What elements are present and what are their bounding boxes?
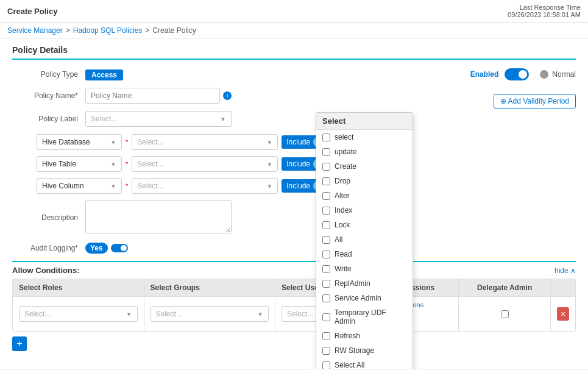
page-header: Create Policy Last Response Time 09/26/2…	[0, 0, 588, 23]
dropdown-item-read[interactable]: Read	[316, 247, 413, 261]
hide-link[interactable]: hide ∧	[554, 266, 576, 275]
description-row: Description	[12, 200, 576, 235]
groups-select[interactable]: Select... ▼	[151, 306, 269, 322]
description-textarea[interactable]	[85, 200, 232, 233]
hive-database-input[interactable]: Select... ▼	[132, 134, 278, 150]
dropdown-checkbox-update[interactable]	[322, 148, 330, 156]
audit-yes-badge: Yes	[85, 243, 108, 254]
delegate-checkbox[interactable]	[501, 310, 509, 318]
dropdown-item-update[interactable]: update	[316, 144, 413, 159]
dropdown-item-tempudfadmin[interactable]: Temporary UDF Admin	[316, 305, 413, 329]
dropdown-checkbox-create[interactable]	[322, 163, 330, 171]
hive-column-label: Hive Column	[42, 182, 84, 190]
hive-column-select[interactable]: Hive Column ▼	[37, 178, 122, 194]
hive-database-label: Hive Database	[42, 138, 90, 146]
hive-database-required: *	[126, 138, 128, 146]
conditions-body-row: Select... ▼ Select... ▼ Select...	[13, 297, 575, 331]
dropdown-item-refresh[interactable]: Refresh	[316, 329, 413, 343]
policy-name-label: Policy Name*	[12, 91, 85, 100]
policy-type-control: Access	[85, 70, 434, 79]
conditions-table: Select Roles Select Groups Select Users …	[12, 279, 576, 332]
policy-label-select[interactable]: Select... ▼	[85, 111, 232, 127]
breadcrumb-sep1: >	[66, 26, 70, 35]
description-label: Description	[12, 213, 85, 222]
roles-placeholder: Select...	[24, 310, 51, 318]
dropdown-item-alter[interactable]: Alter	[316, 188, 413, 203]
dropdown-item-lock[interactable]: Lock	[316, 218, 413, 232]
dropdown-checkbox-index[interactable]	[322, 207, 330, 215]
action-cell: ×	[551, 297, 575, 331]
hive-table-input[interactable]: Select... ▼	[132, 156, 278, 172]
dropdown-item-selectall[interactable]: Select All	[316, 358, 413, 369]
audit-toggle[interactable]	[111, 244, 128, 252]
dropdown-item-drop[interactable]: Drop	[316, 174, 413, 188]
hive-database-include-label: Include	[286, 138, 310, 146]
normal-circle-icon	[540, 70, 548, 79]
users-placeholder: Select...	[287, 310, 313, 318]
audit-logging-row: Audit Logging* Yes	[12, 243, 576, 254]
dropdown-checkbox-selectall[interactable]	[322, 361, 330, 369]
policy-label-control: Select... ▼	[85, 111, 232, 127]
hive-table-placeholder: Select...	[137, 160, 163, 168]
normal-toggle: Normal	[540, 70, 576, 79]
hive-table-required: *	[126, 160, 128, 168]
dropdown-checkbox-repladmin[interactable]	[322, 280, 330, 288]
policy-name-row: Policy Name* i	[12, 88, 576, 104]
dropdown-item-select[interactable]: select	[316, 130, 413, 144]
dropdown-item-repladmin[interactable]: ReplAdmin	[316, 276, 413, 291]
dropdown-item-serviceadmin[interactable]: Service Admin	[316, 291, 413, 305]
audit-logging-label: Audit Logging*	[12, 244, 85, 252]
dropdown-checkbox-refresh[interactable]	[322, 332, 330, 340]
permissions-dropdown: Select select update Create Drop Alter I…	[316, 112, 413, 369]
hive-database-input-arrow-icon: ▼	[266, 139, 272, 146]
normal-label: Normal	[552, 70, 576, 79]
dropdown-item-create[interactable]: Create	[316, 159, 413, 174]
dropdown-checkbox-lock[interactable]	[322, 221, 330, 229]
enabled-toggle[interactable]	[505, 68, 529, 80]
dropdown-checkbox-alter[interactable]	[322, 192, 330, 200]
breadcrumb-service-manager[interactable]: Service Manager	[7, 26, 63, 35]
hive-table-input-arrow-icon: ▼	[266, 161, 272, 168]
dropdown-item-index[interactable]: Index	[316, 203, 413, 218]
hive-database-arrow-icon: ▼	[110, 139, 116, 146]
breadcrumb-sep2: >	[145, 26, 149, 35]
hive-column-required: *	[126, 182, 128, 190]
hive-column-row: Hive Column ▼ * Select... ▼ Include	[37, 178, 576, 194]
policy-type-row: Policy Type Access Enabled Normal	[12, 68, 576, 80]
hive-column-input[interactable]: Select... ▼	[132, 178, 278, 194]
last-response-time: Last Response Time 09/26/2023 10:58:01 A…	[508, 4, 581, 18]
roles-arrow-icon: ▼	[126, 311, 132, 318]
hive-database-row: Hive Database ▼ * Select... ▼ Include	[37, 134, 576, 150]
enabled-toggle-area: Enabled Normal	[470, 68, 576, 80]
roles-select[interactable]: Select... ▼	[19, 306, 138, 322]
dropdown-checkbox-rwstorage[interactable]	[322, 347, 330, 355]
add-validity-button[interactable]: ⊕ Add Validity Period	[494, 94, 576, 109]
allow-conditions-header: Allow Conditions: hide ∧	[12, 262, 576, 279]
dropdown-item-write[interactable]: Write	[316, 261, 413, 276]
hive-table-select[interactable]: Hive Table ▼	[37, 156, 122, 172]
dropdown-checkbox-read[interactable]	[322, 251, 330, 258]
policy-type-badge: Access	[85, 69, 123, 80]
dropdown-checkbox-drop[interactable]	[322, 177, 330, 185]
dropdown-checkbox-select[interactable]	[322, 133, 330, 141]
dropdown-item-rwstorage[interactable]: RW Storage	[316, 343, 413, 358]
policy-name-info-icon[interactable]: i	[223, 91, 232, 100]
allow-conditions-title: Allow Conditions:	[12, 266, 79, 275]
dropdown-checkbox-tempudfadmin[interactable]	[322, 313, 330, 321]
dropdown-item-all[interactable]: All	[316, 232, 413, 247]
policy-label-arrow-icon: ▼	[220, 116, 226, 123]
col-header-groups: Select Groups	[144, 279, 276, 296]
breadcrumb-hadoop-sql[interactable]: Hadoop SQL Policies	[73, 26, 143, 35]
hive-column-input-arrow-icon: ▼	[266, 183, 272, 190]
dropdown-checkbox-all[interactable]	[322, 236, 330, 244]
policy-name-input[interactable]	[85, 88, 220, 104]
delete-row-button[interactable]: ×	[557, 307, 569, 321]
dropdown-checkbox-serviceadmin[interactable]	[322, 294, 330, 302]
hive-database-select[interactable]: Hive Database ▼	[37, 134, 122, 150]
page-title: Create Policy	[7, 7, 57, 16]
dropdown-items-list: select update Create Drop Alter Index Lo…	[316, 130, 413, 369]
policy-label-placeholder: Select...	[91, 115, 117, 123]
add-row-button[interactable]: +	[12, 336, 27, 351]
dropdown-checkbox-write[interactable]	[322, 265, 330, 273]
policy-name-control: i	[85, 88, 232, 104]
